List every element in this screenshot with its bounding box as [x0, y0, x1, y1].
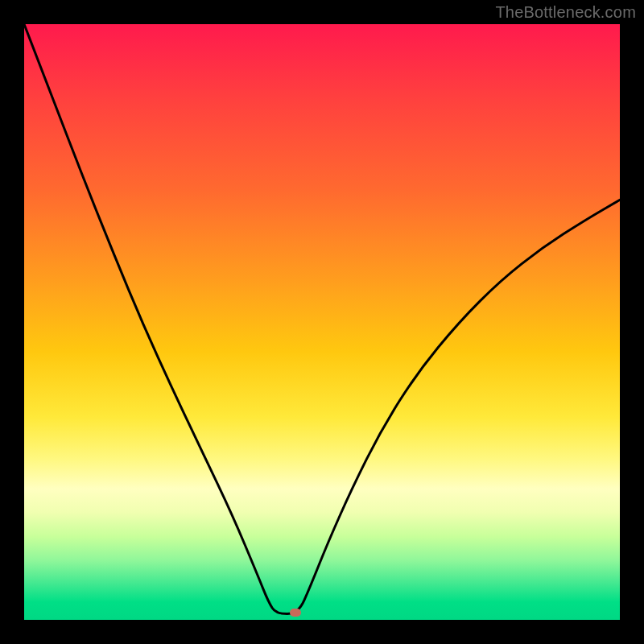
- chart-frame: TheBottleneck.com: [0, 0, 644, 644]
- watermark-text: TheBottleneck.com: [495, 3, 636, 22]
- curve-svg: [24, 24, 620, 620]
- plot-area: [24, 24, 620, 620]
- bottleneck-curve: [24, 24, 620, 614]
- current-config-marker: [290, 609, 301, 617]
